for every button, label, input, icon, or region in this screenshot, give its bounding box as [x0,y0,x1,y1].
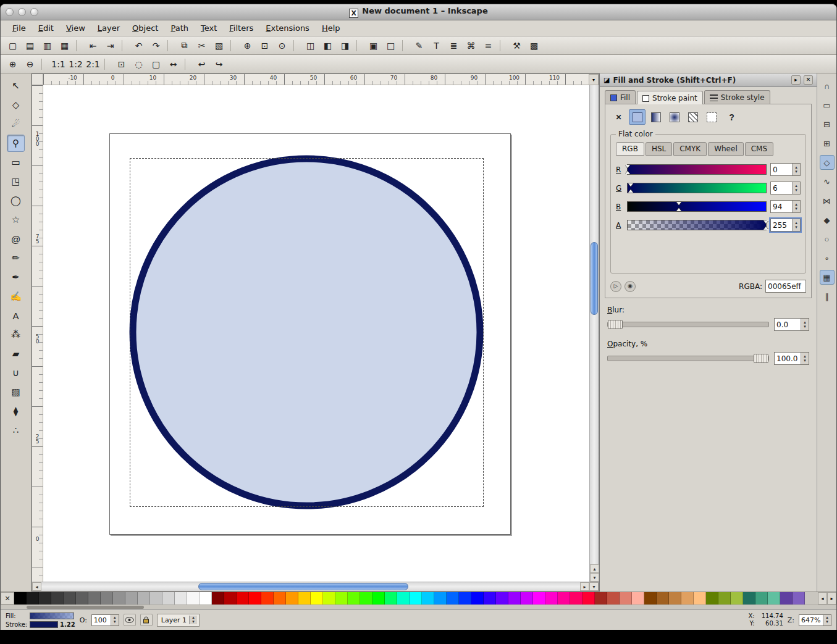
palette-swatch[interactable] [200,592,212,604]
channel-spinbox[interactable]: ▴▾ [770,219,801,232]
separator[interactable] [104,59,110,70]
palette-swatch[interactable] [768,592,780,604]
gradient-tool[interactable]: ▨ [7,383,25,401]
palette-swatch[interactable] [447,592,459,604]
palette-swatch[interactable] [113,592,125,604]
save-document-button[interactable]: ▥ [39,38,56,53]
import-button[interactable]: ⇤ [85,38,101,53]
new-document-button[interactable]: ▢ [4,38,21,53]
layers-dialog-button[interactable]: ≣ [445,38,462,53]
menu-item[interactable]: Filters [224,22,259,35]
palette-swatch[interactable] [51,592,64,604]
spin-arrows[interactable]: ▴▾ [823,615,831,625]
palette-swatch[interactable] [706,592,718,604]
export-button[interactable]: ⇥ [102,38,119,53]
spin-arrows[interactable]: ▴▾ [189,616,197,624]
palette-swatch[interactable] [360,592,372,604]
spin-arrows[interactable]: ▴▾ [792,182,800,194]
color-space-tab[interactable]: CMYK [673,142,707,156]
text-dialog-button[interactable]: T [428,38,445,53]
palette-swatch[interactable] [39,592,51,604]
palette-swatch[interactable] [508,592,521,604]
group-button[interactable]: ▣ [365,38,382,53]
text-tool[interactable]: A [7,307,25,324]
separator[interactable] [122,40,127,51]
snap-bbox-corners-button[interactable]: ⊞ [820,136,835,151]
star-tool[interactable]: ☆ [7,211,25,228]
vertical-scrollbar[interactable]: ▴ ▾ [589,85,599,582]
snap-smooth-nodes-button[interactable]: ○ [820,232,835,246]
duplicate-button[interactable]: ◫ [302,38,319,53]
palette-swatch[interactable] [335,592,348,604]
palette-swatch[interactable] [175,592,187,604]
palette-swatch[interactable] [125,592,138,604]
zoom-in-button[interactable]: ⊕ [4,56,21,72]
menu-item[interactable]: View [61,22,91,35]
color-space-tab[interactable]: RGB [616,142,644,156]
tweak-tool[interactable]: ☄ [7,115,25,133]
palette-swatch[interactable] [237,592,249,604]
dock-toggle-button[interactable]: ▸ [791,75,801,85]
palette-swatch[interactable] [323,592,335,604]
ellipse-tool[interactable]: ◯ [7,192,25,209]
palette-swatch[interactable] [743,592,755,604]
pattern-button[interactable] [684,109,701,125]
zoom-input[interactable] [799,615,823,625]
palette-swatch[interactable] [434,592,447,604]
zoom-selection-button[interactable]: ⊡ [256,38,273,53]
document-properties-button[interactable]: ▩ [526,38,542,53]
scroll-up-button[interactable]: ▴ [590,564,599,573]
rgba-input[interactable] [766,280,805,292]
palette-swatch[interactable] [311,592,323,604]
palette-swatch[interactable] [397,592,410,604]
channel-spinbox[interactable]: ▴▾ [770,200,801,213]
palette-swatch[interactable] [471,592,484,604]
dropper-tool[interactable]: ⧫ [7,403,25,420]
horizontal-ruler[interactable]: -100102030405060708090100110 [43,74,589,85]
pencil-tool[interactable]: ✏ [7,249,25,267]
palette-scrollbar[interactable] [1,604,836,609]
tab-stroke-style[interactable]: Stroke style [704,90,770,104]
zoom-page-button[interactable]: ▢ [148,56,164,72]
palette-swatch[interactable] [780,592,793,604]
palette-swatch[interactable] [657,592,669,604]
zoom-1-1-button[interactable]: 1:1 [50,56,67,72]
scroll-down-button[interactable]: ▾ [590,573,599,582]
opacity-slider[interactable] [607,356,769,361]
no-paint-button[interactable]: ✕ [610,109,627,125]
close-panel-button[interactable]: ✕ [804,75,813,85]
palette-swatch[interactable] [620,592,632,604]
zoom-out-button[interactable]: ⊖ [22,56,38,72]
palette-swatch[interactable] [545,592,558,604]
pen-tool[interactable]: ✒ [7,269,25,286]
undo-button[interactable]: ↶ [130,38,147,53]
calligraphy-tool[interactable]: ✍ [7,288,25,305]
panel-titlebar[interactable]: ◪ Fill and Stroke (Shift+Ctrl+F) ▸ ✕ [600,73,817,87]
ungroup-button[interactable]: □ [382,38,399,53]
zoom-tool[interactable]: ⚲ [7,135,25,152]
snap-midpoints-button[interactable]: ∘ [820,251,835,266]
no-color-swatch[interactable]: ✕ [1,592,14,604]
palette-swatch[interactable] [212,592,224,604]
rectangle-tool[interactable]: ▭ [7,154,25,171]
opacity-input[interactable] [775,353,801,364]
channel-value-input[interactable] [771,219,792,231]
snap-enable-button[interactable]: ∩ [820,78,835,93]
palette-swatch[interactable] [298,592,311,604]
maximize-button[interactable] [30,8,38,16]
channel-slider[interactable] [627,183,767,193]
fill-stroke-dialog-button[interactable]: ✎ [411,38,427,53]
cms-adjust-button[interactable]: ▾ [589,74,599,85]
palette-swatch[interactable] [64,592,76,604]
snap-cusp-nodes-button[interactable]: ◆ [820,212,835,227]
palette-swatch[interactable] [261,592,274,604]
window-titlebar[interactable]: XNew document 1 – Inkscape [1,4,836,20]
flat-color-button[interactable] [629,109,646,125]
cms-button[interactable]: ◉ [625,281,636,292]
zoom-previous-button[interactable]: ↩ [193,56,210,72]
scrollbar-thumb[interactable] [27,606,144,609]
align-dialog-button[interactable]: ≡ [480,38,497,53]
separator[interactable] [185,59,190,70]
separator[interactable] [402,40,408,51]
scroll-right-button[interactable]: ▸ [580,582,589,591]
